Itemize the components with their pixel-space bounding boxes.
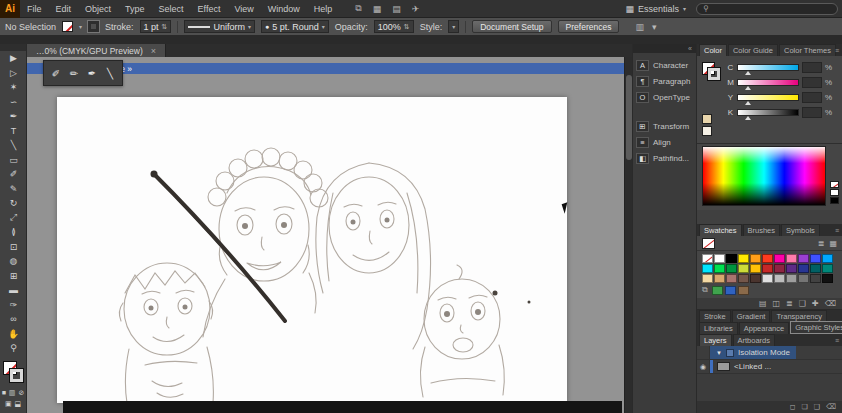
stroke-indicator[interactable]: [10, 369, 23, 382]
layer-row-isolation[interactable]: ▼ Isolation Mode: [697, 346, 842, 360]
black-swatch[interactable]: [830, 197, 839, 204]
search-input[interactable]: ⚲: [696, 3, 838, 15]
swatch-libraries-icon[interactable]: ▤: [759, 299, 767, 308]
color-swatch[interactable]: [762, 264, 773, 273]
color-swatch[interactable]: [750, 264, 761, 273]
swatches-tab-symbols[interactable]: Symbols: [781, 224, 820, 236]
color-swatch[interactable]: [798, 274, 809, 283]
blob-brush-tool-icon[interactable]: ✏: [66, 63, 82, 83]
slider-track-c[interactable]: [737, 64, 799, 71]
color-spectrum[interactable]: [702, 146, 826, 206]
transform-panel-button[interactable]: ⊞Transform: [633, 118, 696, 134]
make-mask-icon[interactable]: ◻: [790, 403, 796, 411]
color-panel-menu-icon[interactable]: ≡: [835, 47, 839, 54]
color-swatch[interactable]: [822, 264, 833, 273]
rectangle-tool-icon[interactable]: ▭: [0, 153, 27, 168]
disclosure-triangle-icon[interactable]: ▼: [716, 350, 722, 356]
color-swatch[interactable]: [714, 264, 725, 273]
swatches-tab-brushes[interactable]: Brushes: [743, 224, 781, 236]
color-tab-color-themes[interactable]: Color Themes: [779, 44, 836, 56]
color-swatch[interactable]: [810, 264, 821, 273]
fill-stroke-widget[interactable]: [0, 359, 27, 386]
color-group-swatch[interactable]: [738, 286, 749, 295]
zoom-tool-icon[interactable]: ⚲: [0, 341, 27, 356]
color-swatch[interactable]: [738, 274, 749, 283]
color-group-swatch[interactable]: [725, 286, 736, 295]
line-tool-icon[interactable]: ╲: [0, 138, 27, 153]
free-transform-tool-icon[interactable]: ⊡: [0, 240, 27, 255]
mesh-tool-icon[interactable]: ⊞: [0, 269, 27, 284]
library-tab-appearance[interactable]: Appearance: [739, 322, 789, 334]
library-tab-libraries[interactable]: Libraries: [699, 322, 738, 334]
magic-wand-tool-icon[interactable]: ✶: [0, 80, 27, 95]
layers-tab-artboards[interactable]: Artboards: [733, 334, 776, 346]
stroke-weight-field[interactable]: 1 pt ⇅: [140, 20, 172, 33]
swatches-tab-swatches[interactable]: Swatches: [699, 224, 742, 236]
color-swatch[interactable]: [726, 254, 737, 263]
selection-tool-icon[interactable]: ▶: [0, 51, 27, 66]
direct-selection-tool-icon[interactable]: ▷: [0, 66, 27, 81]
paintbrush-tool-icon[interactable]: ✐: [48, 63, 64, 83]
knife-tool-icon[interactable]: ╲: [102, 63, 118, 83]
slider-value-y[interactable]: [802, 92, 822, 103]
slider-track-m[interactable]: [737, 79, 799, 86]
type-tool-icon[interactable]: T: [0, 124, 27, 139]
color-mode-icon[interactable]: ■: [2, 389, 6, 397]
none-swatch[interactable]: [830, 181, 839, 188]
color-swatch[interactable]: [810, 254, 821, 263]
scale-tool-icon[interactable]: ⤢: [0, 211, 27, 226]
color-swatch[interactable]: [714, 274, 725, 283]
color-swatch[interactable]: [774, 254, 785, 263]
opacity-field[interactable]: 100% ⇅: [374, 20, 414, 33]
color-swatch[interactable]: [822, 254, 833, 263]
color-swatch[interactable]: [786, 254, 797, 263]
slider-value-k[interactable]: [802, 107, 822, 118]
color-swatch[interactable]: [774, 274, 785, 283]
artboard[interactable]: [57, 97, 567, 403]
color-swatch[interactable]: [702, 274, 713, 283]
none-swatch[interactable]: [702, 238, 715, 249]
stroke-tab-gradient[interactable]: Gradient: [732, 310, 771, 322]
isolation-mode-entry[interactable]: ▼ Isolation Mode: [710, 346, 796, 359]
gradient-mode-icon[interactable]: ▥: [9, 389, 16, 397]
arrange-documents-icon[interactable]: ▥: [635, 22, 644, 32]
color-swatch[interactable]: [726, 274, 737, 283]
thumbnail-view-icon[interactable]: ▦: [829, 239, 837, 248]
delete-layer-icon[interactable]: ⌫: [826, 403, 836, 411]
slider-track-y[interactable]: [737, 94, 799, 101]
layers-tab-layers[interactable]: Layers: [699, 334, 732, 346]
color-swatch[interactable]: [750, 254, 761, 263]
color-swatch[interactable]: [726, 264, 737, 273]
close-icon[interactable]: ×: [151, 46, 156, 56]
white-swatch[interactable]: [830, 189, 839, 196]
canvas-viewport[interactable]: …ad File » ✐✏✒╲: [27, 57, 624, 413]
paragraph-panel-button[interactable]: ¶Paragraph: [633, 73, 696, 89]
document-layout-icon[interactable]: ▤: [392, 4, 401, 14]
menu-object[interactable]: Object: [78, 0, 118, 18]
color-swatch[interactable]: [774, 264, 785, 273]
arrange-documents-icon[interactable]: ▦: [373, 4, 382, 14]
swatch-options-icon[interactable]: ≣: [786, 299, 793, 308]
library-tab-graphic-styles[interactable]: Graphic Styles: [790, 321, 842, 334]
tools-panel-grip[interactable]: [0, 44, 26, 51]
slider-value-c[interactable]: [802, 62, 822, 73]
document-setup-button[interactable]: Document Setup: [472, 20, 551, 33]
width-tool-icon[interactable]: ≬: [0, 225, 27, 240]
stroke-color-swatch[interactable]: [88, 21, 99, 32]
swatches-panel-menu-icon[interactable]: ≡: [835, 227, 839, 234]
color-tab-color[interactable]: Color: [699, 44, 727, 56]
character-panel-button[interactable]: ACharacter: [633, 57, 696, 73]
color-swatch[interactable]: [798, 254, 809, 263]
blend-tool-icon[interactable]: ∞: [0, 312, 27, 327]
color-swatch[interactable]: [738, 254, 749, 263]
new-layer-icon[interactable]: ❑: [814, 403, 820, 411]
color-swatch[interactable]: [750, 274, 761, 283]
paintbrush-tool-icon[interactable]: ✐: [0, 167, 27, 182]
style-dropdown[interactable]: ▾: [448, 20, 459, 33]
layer-row-linked[interactable]: ◉ <Linked ...: [697, 360, 842, 374]
last-color-swatch[interactable]: [702, 126, 712, 136]
menu-edit[interactable]: Edit: [49, 0, 79, 18]
menu-window[interactable]: Window: [261, 0, 307, 18]
last-color-swatch[interactable]: [702, 114, 712, 124]
menu-view[interactable]: View: [227, 0, 260, 18]
